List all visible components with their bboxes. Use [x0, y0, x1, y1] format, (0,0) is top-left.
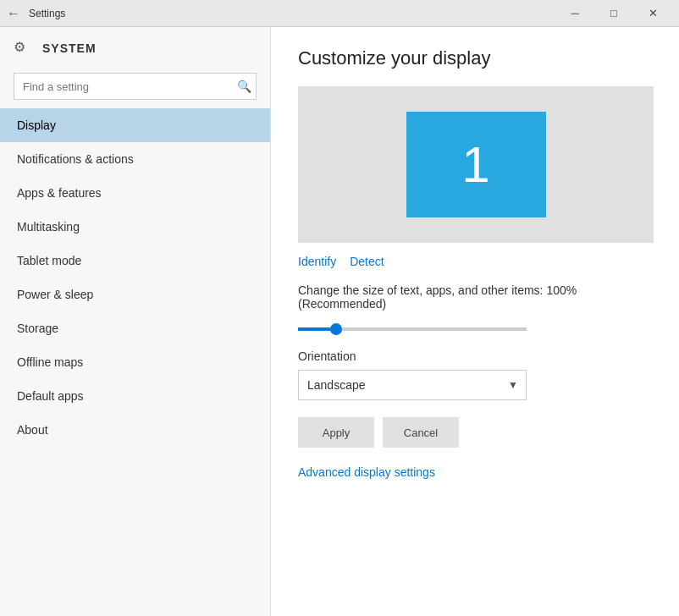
sidebar-item-power[interactable]: Power & sleep — [0, 278, 270, 311]
page-title: Customize your display — [298, 47, 652, 69]
buttons-row: Apply Cancel — [298, 417, 652, 448]
monitor-preview: 1 — [406, 112, 546, 217]
maximize-button[interactable]: □ — [594, 0, 633, 27]
detect-button[interactable]: Detect — [350, 255, 384, 268]
gear-icon: ⚙ — [14, 39, 32, 58]
scale-description: Change the size of text, apps, and other… — [298, 283, 652, 311]
sidebar-item-tablet[interactable]: Tablet mode — [0, 244, 270, 278]
titlebar-title: Settings — [29, 8, 555, 19]
close-button[interactable]: ✕ — [633, 0, 672, 27]
titlebar: ← Settings ─ □ ✕ — [0, 0, 679, 27]
display-preview: 1 — [298, 86, 654, 243]
back-button[interactable]: ← — [7, 6, 20, 21]
nav-list: Display Notifications & actions Apps & f… — [0, 108, 270, 616]
sidebar-header: ⚙ SYSTEM — [0, 27, 270, 69]
sidebar-system-title: SYSTEM — [42, 41, 97, 55]
sidebar-item-multitasking[interactable]: Multitasking — [0, 210, 270, 244]
display-actions: Identify Detect — [298, 255, 652, 268]
search-icon[interactable]: 🔍 — [237, 80, 251, 93]
app-body: ⚙ SYSTEM 🔍 Display Notifications & actio… — [0, 27, 679, 616]
orientation-label: Orientation — [298, 349, 652, 363]
sidebar: ⚙ SYSTEM 🔍 Display Notifications & actio… — [0, 27, 271, 616]
main-content: Customize your display 1 Identify Detect… — [271, 27, 679, 616]
sidebar-item-apps[interactable]: Apps & features — [0, 176, 270, 210]
cancel-button[interactable]: Cancel — [383, 417, 459, 448]
apply-button[interactable]: Apply — [298, 417, 374, 448]
identify-button[interactable]: Identify — [298, 255, 336, 268]
window-controls: ─ □ ✕ — [555, 0, 672, 27]
minimize-button[interactable]: ─ — [555, 0, 594, 27]
sidebar-item-default[interactable]: Default apps — [0, 379, 270, 413]
sidebar-item-display[interactable]: Display — [0, 108, 270, 142]
monitor-number: 1 — [461, 135, 489, 194]
sidebar-item-notifications[interactable]: Notifications & actions — [0, 142, 270, 176]
sidebar-item-storage[interactable]: Storage — [0, 311, 270, 345]
advanced-display-settings-link[interactable]: Advanced display settings — [298, 465, 435, 479]
orientation-select-wrapper: Landscape Portrait Landscape (flipped) P… — [298, 370, 527, 400]
sidebar-item-offline[interactable]: Offline maps — [0, 345, 270, 379]
scale-slider-container — [298, 319, 652, 334]
search-box: 🔍 — [14, 73, 257, 100]
orientation-select[interactable]: Landscape Portrait Landscape (flipped) P… — [298, 370, 527, 400]
scale-slider[interactable] — [298, 327, 527, 331]
sidebar-item-about[interactable]: About — [0, 413, 270, 447]
search-input[interactable] — [14, 73, 257, 100]
